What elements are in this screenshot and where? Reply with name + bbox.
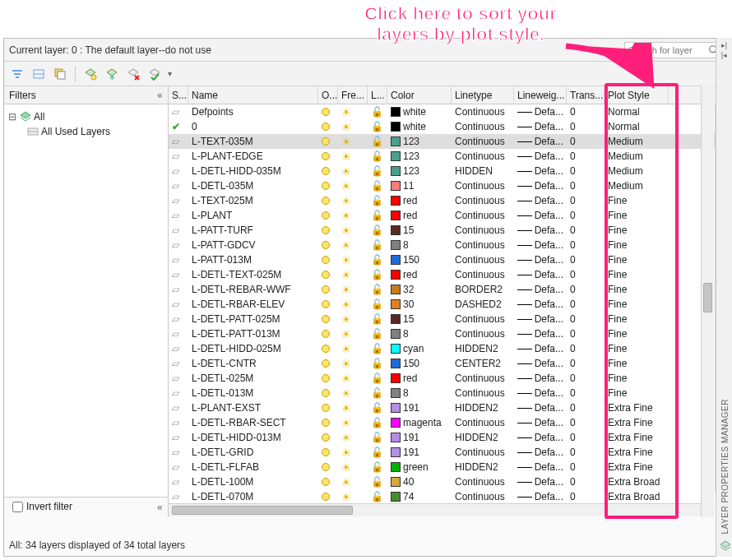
linetype-value[interactable]: Continuous bbox=[455, 491, 505, 502]
transparency-value[interactable]: 0 bbox=[570, 269, 576, 280]
lineweight-value[interactable]: Defa... bbox=[535, 358, 563, 369]
new-layer-button[interactable] bbox=[82, 66, 99, 82]
lineweight-value[interactable]: Defa... bbox=[535, 165, 563, 177]
lineweight-value[interactable]: Defa... bbox=[535, 476, 563, 488]
color-swatch[interactable] bbox=[391, 122, 401, 132]
transparency-value[interactable]: 0 bbox=[570, 239, 576, 251]
table-row[interactable]: ▱L-DETL-CNTR☀🔓150CENTER2 Defa...0Fine bbox=[169, 356, 728, 371]
sun-icon[interactable]: ☀ bbox=[341, 344, 351, 354]
table-row[interactable]: ▱L-DETL-GRID☀🔓191Continuous Defa...0Extr… bbox=[169, 445, 728, 460]
table-row[interactable]: ▱Defpoints☀🔓whiteContinuous Defa...0Norm… bbox=[169, 104, 728, 119]
transparency-value[interactable]: 0 bbox=[570, 299, 576, 310]
lock-icon[interactable]: 🔓 bbox=[371, 358, 383, 369]
sun-icon[interactable]: ☀ bbox=[341, 225, 351, 236]
lineweight-value[interactable]: Defa... bbox=[535, 387, 563, 399]
layer-states-button[interactable] bbox=[52, 66, 68, 82]
bulb-icon[interactable] bbox=[322, 493, 330, 501]
plot-style-value[interactable]: Extra Fine bbox=[608, 447, 653, 458]
lock-icon[interactable]: 🔓 bbox=[371, 121, 383, 132]
table-row[interactable]: ▱L-PLANT☀🔓redContinuous Defa...0Fine bbox=[169, 208, 728, 223]
table-row[interactable]: ▱L-DETL-025M☀🔓redContinuous Defa...0Fine bbox=[169, 371, 728, 386]
table-row[interactable]: ▱L-DETL-070M☀🔓74Continuous Defa...0Extra… bbox=[169, 489, 728, 504]
color-swatch[interactable] bbox=[391, 107, 401, 117]
sun-icon[interactable]: ☀ bbox=[341, 166, 351, 177]
set-current-button[interactable] bbox=[146, 66, 163, 82]
sun-icon[interactable]: ☀ bbox=[341, 373, 351, 384]
plot-style-value[interactable]: Fine bbox=[608, 239, 627, 251]
lineweight-value[interactable]: Defa... bbox=[535, 313, 563, 325]
transparency-value[interactable]: 0 bbox=[570, 195, 576, 206]
plot-style-value[interactable]: Fine bbox=[608, 299, 627, 310]
color-swatch[interactable] bbox=[391, 477, 401, 487]
delete-layer-button[interactable] bbox=[125, 66, 141, 82]
bulb-icon[interactable] bbox=[322, 211, 330, 220]
transparency-value[interactable]: 0 bbox=[570, 358, 576, 369]
sun-icon[interactable]: ☀ bbox=[341, 403, 351, 414]
plot-style-value[interactable]: Fine bbox=[608, 269, 627, 280]
color-swatch[interactable] bbox=[391, 388, 401, 398]
lock-icon[interactable]: 🔓 bbox=[371, 136, 383, 147]
filter-tree-item-all[interactable]: ⊟ All bbox=[7, 109, 164, 124]
lock-icon[interactable]: 🔓 bbox=[371, 461, 383, 473]
color-swatch[interactable] bbox=[391, 211, 401, 220]
color-swatch[interactable] bbox=[391, 418, 401, 428]
lineweight-value[interactable]: Defa... bbox=[535, 106, 563, 118]
lineweight-value[interactable]: Defa... bbox=[535, 373, 563, 384]
linetype-value[interactable]: Continuous bbox=[455, 313, 505, 325]
linetype-value[interactable]: Continuous bbox=[455, 239, 505, 251]
bulb-icon[interactable] bbox=[322, 285, 330, 294]
table-row[interactable]: ▱L-PATT-TURF☀🔓15Continuous Defa...0Fine bbox=[169, 223, 728, 238]
lock-icon[interactable]: 🔓 bbox=[371, 491, 383, 502]
sun-icon[interactable]: ☀ bbox=[341, 299, 351, 310]
bulb-icon[interactable] bbox=[322, 345, 330, 353]
linetype-value[interactable]: Continuous bbox=[455, 136, 505, 147]
linetype-value[interactable]: Continuous bbox=[455, 150, 505, 162]
plot-style-value[interactable]: Extra Broad bbox=[608, 476, 660, 488]
table-row[interactable]: ▱L-DETL-TEXT-025M☀🔓redContinuous Defa...… bbox=[169, 267, 728, 282]
linetype-value[interactable]: Continuous bbox=[455, 180, 505, 192]
linetype-value[interactable]: DASHED2 bbox=[455, 299, 502, 310]
transparency-value[interactable]: 0 bbox=[570, 224, 576, 236]
table-row[interactable]: ▱L-DETL-REBAR-WWF☀🔓32BORDER2 Defa...0Fin… bbox=[169, 282, 728, 297]
lock-icon[interactable]: 🔓 bbox=[371, 150, 383, 162]
transparency-value[interactable]: 0 bbox=[570, 447, 576, 458]
color-swatch[interactable] bbox=[391, 314, 401, 324]
transparency-value[interactable]: 0 bbox=[570, 165, 576, 177]
lock-icon[interactable]: 🔓 bbox=[371, 417, 383, 428]
color-swatch[interactable] bbox=[391, 137, 401, 146]
transparency-value[interactable]: 0 bbox=[570, 491, 576, 502]
table-row[interactable]: ▱L-DETL-HIDD-035M☀🔓123HIDDEN Defa...0Med… bbox=[169, 164, 728, 178]
sun-icon[interactable]: ☀ bbox=[341, 255, 351, 266]
linetype-value[interactable]: Continuous bbox=[455, 447, 505, 458]
linetype-value[interactable]: Continuous bbox=[455, 269, 505, 280]
sun-icon[interactable]: ☀ bbox=[341, 447, 351, 458]
table-row[interactable]: ▱L-DETL-013M☀🔓8Continuous Defa...0Fine bbox=[169, 386, 728, 400]
lock-icon[interactable]: 🔓 bbox=[371, 269, 383, 280]
color-swatch[interactable] bbox=[391, 151, 401, 161]
plot-style-value[interactable]: Extra Fine bbox=[608, 432, 653, 443]
new-filter-button[interactable] bbox=[9, 66, 25, 82]
linetype-value[interactable]: Continuous bbox=[455, 387, 505, 399]
table-row[interactable]: ▱L-PATT-GDCV☀🔓8Continuous Defa...0Fine bbox=[169, 238, 728, 252]
sun-icon[interactable]: ☀ bbox=[341, 359, 351, 369]
plot-style-value[interactable]: Extra Fine bbox=[608, 402, 653, 414]
bulb-icon[interactable] bbox=[322, 197, 330, 205]
transparency-value[interactable]: 0 bbox=[570, 254, 576, 266]
transparency-value[interactable]: 0 bbox=[570, 313, 576, 325]
plot-style-value[interactable]: Extra Fine bbox=[608, 417, 653, 428]
sun-icon[interactable]: ☀ bbox=[341, 270, 351, 280]
lock-icon[interactable]: 🔓 bbox=[371, 180, 383, 192]
bulb-icon[interactable] bbox=[322, 241, 330, 249]
lock-icon[interactable]: 🔓 bbox=[371, 254, 383, 266]
col-status[interactable]: S... bbox=[169, 86, 188, 104]
bulb-icon[interactable] bbox=[322, 300, 330, 308]
plot-style-value[interactable]: Fine bbox=[608, 254, 627, 266]
transparency-value[interactable]: 0 bbox=[570, 432, 576, 443]
col-on[interactable]: O... bbox=[318, 86, 338, 104]
plot-style-value[interactable]: Medium bbox=[608, 180, 643, 192]
plot-style-value[interactable]: Fine bbox=[608, 343, 627, 354]
lineweight-value[interactable]: Defa... bbox=[535, 402, 563, 414]
transparency-value[interactable]: 0 bbox=[570, 106, 576, 118]
filter-tree-item-used[interactable]: All Used Layers bbox=[7, 124, 164, 139]
collapse-filters-button-2[interactable]: « bbox=[157, 502, 163, 513]
